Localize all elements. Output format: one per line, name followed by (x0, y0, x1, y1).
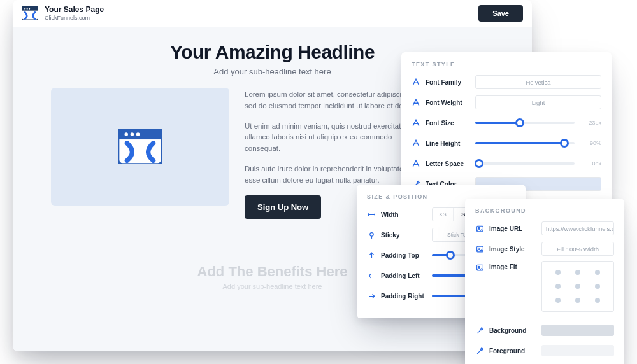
letter-space-value: 0px (580, 160, 601, 167)
image-icon (475, 263, 484, 272)
fit-dot[interactable] (575, 284, 580, 289)
font-size-slider[interactable] (475, 116, 575, 130)
font-family-icon (412, 78, 420, 87)
body-paragraph[interactable]: Lorem ipsum dolor sit amet, consectetur … (245, 89, 423, 112)
fit-dot[interactable] (555, 270, 561, 275)
svg-point-7 (124, 132, 128, 136)
sticky-icon (367, 231, 376, 239)
prop-label: Background (489, 327, 536, 334)
background-swatch[interactable] (541, 325, 614, 336)
font-weight-select[interactable]: Light (475, 95, 601, 109)
fit-dot[interactable] (595, 270, 600, 275)
page-source: ClickFunnels.com (45, 15, 104, 21)
prop-label: Sticky (381, 232, 427, 239)
svg-rect-11 (476, 226, 483, 232)
eyedropper-icon (475, 347, 484, 355)
clickfunnels-logo-icon (22, 6, 38, 20)
svg-point-8 (131, 132, 134, 136)
prop-label: Font Family (426, 79, 470, 86)
svg-rect-15 (476, 265, 483, 270)
line-height-value: 90% (580, 140, 601, 146)
prop-label: Image Fit (489, 263, 536, 270)
arrow-up-icon (367, 251, 376, 260)
svg-point-2 (24, 8, 25, 10)
image-fit-grid[interactable] (541, 261, 614, 312)
svg-point-10 (369, 232, 373, 235)
clickfunnels-logo-icon (118, 129, 162, 164)
panel-title: BACKGROUND (475, 207, 614, 214)
prop-label: Line Height (426, 140, 470, 147)
prop-label: Letter Space (426, 160, 470, 167)
foreground-swatch[interactable] (541, 345, 614, 356)
arrow-right-icon (367, 292, 376, 300)
fit-dot[interactable] (595, 284, 600, 289)
svg-point-9 (136, 132, 140, 136)
prop-label: Padding Left (381, 272, 427, 279)
width-icon (367, 211, 376, 219)
image-url-input[interactable]: https://www.clickfunnels.com/images (541, 221, 614, 235)
image-icon (475, 225, 484, 233)
fit-dot[interactable] (575, 270, 580, 275)
panel-background: BACKGROUND Image URL https://www.clickfu… (465, 199, 624, 364)
width-xs[interactable]: XS (433, 208, 454, 221)
image-style-select[interactable]: Fill 100% Width (541, 242, 614, 256)
body-paragraph[interactable]: Ut enim ad minim veniam, quis nostrud ex… (245, 121, 423, 155)
prop-label: Image URL (489, 225, 536, 232)
prop-label: Image Style (489, 246, 536, 253)
font-weight-icon (412, 98, 420, 107)
font-family-select[interactable]: Helvetica (475, 75, 601, 89)
svg-point-4 (29, 8, 30, 10)
line-height-slider[interactable] (475, 136, 575, 150)
eyedropper-icon (475, 326, 484, 335)
fit-dot[interactable] (595, 298, 600, 303)
prop-label: Foreground (489, 347, 536, 354)
fit-dot[interactable] (555, 298, 561, 303)
top-bar: Your Sales Page ClickFunnels.com Save (13, 0, 532, 27)
line-height-icon (412, 139, 420, 148)
image-placeholder[interactable] (51, 88, 229, 206)
prop-label: Width (381, 211, 427, 218)
font-size-icon (412, 118, 420, 127)
font-size-value: 23px (580, 120, 601, 126)
prop-label: Font Weight (426, 99, 470, 106)
image-icon (475, 245, 484, 253)
fit-dot[interactable] (555, 284, 561, 289)
letter-space-slider[interactable] (475, 157, 575, 171)
arrow-left-icon (367, 272, 376, 280)
svg-rect-13 (476, 246, 483, 252)
save-button[interactable]: Save (478, 5, 523, 22)
prop-label: Font Size (426, 120, 470, 127)
body-paragraph[interactable]: Duis aute irure dolor in reprehenderit i… (245, 164, 423, 186)
cta-button[interactable]: Sign Up Now (245, 195, 321, 219)
page-title: Your Sales Page (45, 6, 104, 14)
prop-label: Padding Right (381, 293, 427, 300)
prop-label: Padding Top (381, 252, 427, 259)
fit-dot[interactable] (575, 298, 580, 303)
panel-title: TEXT STYLE (412, 61, 601, 67)
svg-point-3 (27, 8, 28, 10)
panel-text-style: TEXT STYLE Font Family Helvetica Font We… (401, 52, 612, 206)
letter-space-icon (412, 159, 420, 168)
